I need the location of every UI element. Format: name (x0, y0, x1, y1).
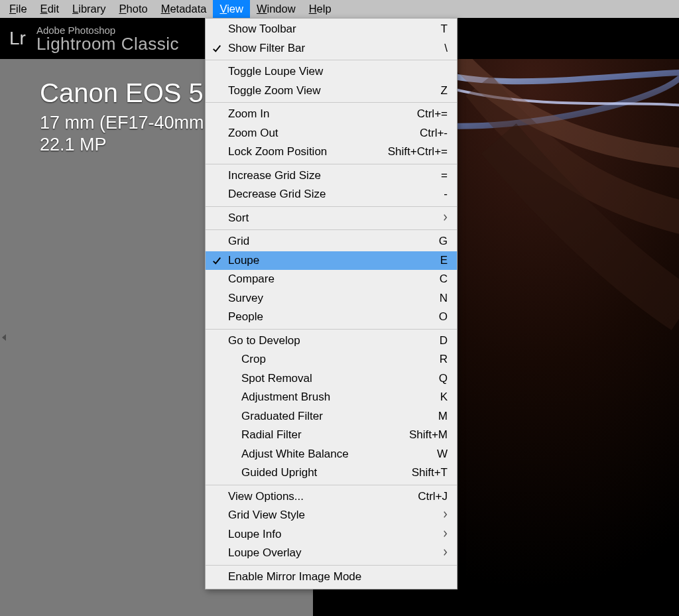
menuitem-shortcut: E (440, 254, 448, 267)
menuitem-go-to-develop[interactable]: Go to DevelopD (206, 332, 457, 351)
menuitem-decrease-grid-size[interactable]: Decrease Grid Size- (206, 185, 457, 204)
menuitem-label: Grid (228, 235, 431, 248)
menuitem-zoom-out[interactable]: Zoom OutCtrl+- (206, 124, 457, 143)
menuitem-shortcut: Shift+T (412, 466, 448, 479)
menu-metadata[interactable]: Metadata (154, 0, 214, 18)
view-menu-dropdown: Show ToolbarTShow Filter Bar\Toggle Loup… (205, 18, 458, 589)
menuitem-label: Enable Mirror Image Mode (228, 570, 448, 584)
lr-logo: Lr (9, 28, 26, 49)
menuitem-adjust-white-balance[interactable]: Adjust White BalanceW (206, 445, 457, 464)
chevron-right-icon (443, 546, 448, 560)
menuitem-shortcut: C (440, 273, 448, 286)
menuitem-shortcut: Ctrl+- (420, 127, 448, 140)
menu-view[interactable]: View (213, 0, 249, 18)
menuitem-shortcut: D (440, 334, 448, 347)
menuitem-shortcut: N (440, 292, 448, 305)
menuitem-label: Go to Develop (228, 334, 432, 347)
menuitem-guided-upright[interactable]: Guided UprightShift+T (206, 463, 457, 483)
menuitem-shortcut: T (441, 23, 448, 36)
menuitem-shortcut: M (438, 410, 448, 423)
menuitem-compare[interactable]: CompareC (206, 270, 457, 289)
menuitem-grid[interactable]: GridG (206, 232, 457, 251)
menuitem-label: Show Toolbar (228, 23, 433, 36)
menu-photo[interactable]: Photo (113, 0, 154, 18)
menuitem-label: Loupe Info (228, 528, 443, 541)
menu-edit[interactable]: Edit (34, 0, 66, 18)
menuitem-crop[interactable]: CropR (206, 350, 457, 369)
menu-file[interactable]: File (3, 0, 34, 18)
menuitem-enable-mirror-image-mode[interactable]: Enable Mirror Image Mode (206, 568, 457, 587)
panel-expand-handle[interactable] (0, 59, 8, 616)
menuitem-radial-filter[interactable]: Radial FilterShift+M (206, 426, 457, 445)
menuitem-shortcut: Shift+Ctrl+= (388, 145, 448, 158)
menuitem-shortcut: Ctrl+J (418, 490, 448, 503)
menuitem-label: Show Filter Bar (228, 42, 436, 55)
loupe-info-overlay: Canon EOS 5D 17 mm (EF17-40mm 22.1 MP (40, 78, 223, 155)
menuitem-toggle-loupe-view[interactable]: Toggle Loupe View (206, 62, 457, 82)
menuitem-loupe-overlay[interactable]: Loupe Overlay (206, 544, 457, 563)
chevron-right-icon (443, 528, 448, 541)
menuitem-label: Loupe Overlay (228, 546, 443, 560)
menuitem-lock-zoom-position[interactable]: Lock Zoom PositionShift+Ctrl+= (206, 143, 457, 162)
menuitem-label: Compare (228, 273, 432, 286)
menuitem-adjustment-brush[interactable]: Adjustment BrushK (206, 388, 457, 407)
menuitem-label: View Options... (228, 490, 410, 503)
svg-marker-0 (2, 334, 6, 341)
menuitem-increase-grid-size[interactable]: Increase Grid Size= (206, 166, 457, 186)
menuitem-show-toolbar[interactable]: Show ToolbarT (206, 20, 457, 39)
menuitem-shortcut: K (440, 391, 448, 404)
menu-window[interactable]: Window (250, 0, 302, 18)
menuitem-label: Zoom Out (228, 127, 412, 140)
menuitem-toggle-zoom-view[interactable]: Toggle Zoom ViewZ (206, 82, 457, 101)
menuitem-label: Spot Removal (241, 372, 431, 385)
menuitem-label: Sort (228, 212, 443, 225)
menuitem-shortcut: - (444, 188, 448, 201)
menuitem-sort[interactable]: Sort (206, 209, 457, 228)
menuitem-label: Crop (241, 353, 432, 366)
menuitem-shortcut: \ (444, 42, 448, 55)
menuitem-label: Toggle Loupe View (228, 65, 448, 78)
menuitem-shortcut: Ctrl+= (417, 107, 448, 121)
menuitem-label: Radial Filter (241, 428, 401, 442)
menuitem-survey[interactable]: SurveyN (206, 289, 457, 308)
menuitem-label: Graduated Filter (241, 410, 430, 423)
brand-name: Adobe Photoshop Lightroom Classic (36, 25, 179, 52)
menuitem-grid-view-style[interactable]: Grid View Style (206, 506, 457, 525)
menuitem-label: Adjust White Balance (241, 448, 429, 461)
menuitem-shortcut: Shift+M (409, 428, 448, 442)
menuitem-label: Decrease Grid Size (228, 188, 436, 201)
menuitem-shortcut: R (440, 353, 448, 366)
menuitem-shortcut: Z (441, 84, 448, 97)
menuitem-label: Toggle Zoom View (228, 84, 433, 97)
menuitem-shortcut: Q (439, 372, 448, 385)
menubar: File Edit Library Photo Metadata View Wi… (0, 0, 679, 18)
menuitem-label: Lock Zoom Position (228, 145, 380, 158)
info-megapixels: 22.1 MP (40, 135, 223, 155)
menuitem-people[interactable]: PeopleO (206, 308, 457, 327)
menuitem-label: Guided Upright (241, 466, 404, 479)
menuitem-shortcut: G (439, 235, 448, 248)
check-icon (211, 255, 223, 267)
menuitem-label: Increase Grid Size (228, 169, 433, 182)
menuitem-label: People (228, 310, 431, 324)
menuitem-loupe-info[interactable]: Loupe Info (206, 525, 457, 544)
menuitem-label: Loupe (228, 254, 432, 267)
menuitem-spot-removal[interactable]: Spot RemovalQ (206, 369, 457, 389)
menuitem-zoom-in[interactable]: Zoom InCtrl+= (206, 105, 457, 124)
menuitem-graduated-filter[interactable]: Graduated FilterM (206, 407, 457, 426)
menuitem-show-filter-bar[interactable]: Show Filter Bar\ (206, 39, 457, 58)
menuitem-shortcut: O (439, 310, 448, 324)
menuitem-view-options[interactable]: View Options...Ctrl+J (206, 487, 457, 507)
menuitem-loupe[interactable]: LoupeE (206, 251, 457, 271)
menuitem-shortcut: W (437, 448, 448, 461)
check-icon (211, 42, 223, 54)
menuitem-label: Survey (228, 292, 432, 305)
menuitem-shortcut: = (441, 169, 448, 182)
menu-library[interactable]: Library (66, 0, 112, 18)
chevron-right-icon (443, 509, 448, 522)
info-lens: 17 mm (EF17-40mm (40, 113, 223, 133)
menu-help[interactable]: Help (302, 0, 338, 18)
chevron-right-icon (443, 212, 448, 225)
menuitem-label: Zoom In (228, 107, 409, 121)
info-camera: Canon EOS 5D (40, 78, 223, 107)
